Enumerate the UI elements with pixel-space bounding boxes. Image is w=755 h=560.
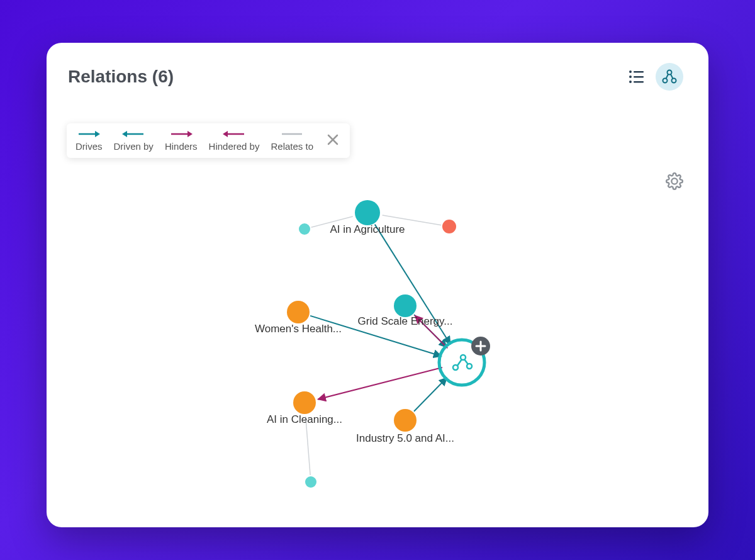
panel-header: Relations (6) bbox=[47, 43, 708, 91]
settings-button[interactable] bbox=[666, 172, 683, 193]
svg-point-0 bbox=[629, 70, 632, 73]
svg-line-10 bbox=[671, 74, 673, 79]
node-womens[interactable] bbox=[287, 301, 310, 323]
legend-item-label: Hinders bbox=[165, 141, 198, 152]
legend-item-label: Relates to bbox=[271, 141, 313, 152]
title-text: Relations bbox=[68, 67, 147, 86]
edge-hinders bbox=[318, 367, 442, 400]
legend-close-button[interactable] bbox=[325, 133, 341, 149]
relation-graph[interactable]: AI in AgricultureGrid Scale Energy...Wom… bbox=[47, 43, 708, 527]
svg-point-6 bbox=[668, 70, 672, 75]
gear-icon bbox=[666, 172, 683, 190]
node-industry[interactable] bbox=[394, 409, 417, 432]
node-label: AI in Cleaning... bbox=[267, 413, 342, 425]
legend-item-label: Driven by bbox=[114, 141, 154, 152]
node-label: Women's Health... bbox=[255, 323, 342, 335]
legend-arrow-icon bbox=[77, 130, 100, 138]
svg-point-7 bbox=[663, 79, 668, 83]
svg-point-8 bbox=[672, 79, 676, 83]
legend-arrow-icon bbox=[223, 130, 245, 138]
svg-point-2 bbox=[629, 76, 632, 78]
graph-view-button[interactable] bbox=[656, 63, 683, 91]
relations-panel: Relations (6) bbox=[47, 43, 708, 527]
legend-item-hinders: Hinders bbox=[165, 130, 198, 152]
svg-rect-5 bbox=[634, 81, 644, 83]
node-label: Grid Scale Energy... bbox=[358, 315, 453, 327]
graph-icon bbox=[661, 69, 678, 85]
node-label: Industry 5.0 and AI... bbox=[356, 432, 454, 444]
node-ai-ag[interactable] bbox=[355, 200, 380, 225]
list-icon bbox=[629, 70, 645, 84]
node-small3[interactable] bbox=[305, 476, 316, 488]
title-count: 6 bbox=[158, 67, 168, 86]
node-label: AI in Agriculture bbox=[330, 223, 405, 235]
node-small1[interactable] bbox=[299, 223, 310, 235]
legend-arrow-icon bbox=[122, 130, 145, 138]
legend-item-label: Hindered by bbox=[209, 141, 260, 152]
svg-line-9 bbox=[666, 74, 669, 79]
node-grid[interactable] bbox=[394, 294, 417, 317]
close-icon bbox=[327, 134, 338, 145]
legend-item-drives: Drives bbox=[76, 130, 103, 152]
legend-arrow-icon bbox=[170, 130, 193, 138]
svg-rect-1 bbox=[634, 71, 644, 73]
legend-arrow-icon bbox=[281, 130, 303, 138]
legend-item-hindered-by: Hindered by bbox=[209, 130, 260, 152]
node-small2[interactable] bbox=[442, 220, 456, 233]
relation-legend: DrivesDriven byHindersHindered byRelates… bbox=[67, 123, 350, 158]
legend-item-driven-by: Driven by bbox=[114, 130, 154, 152]
panel-title: Relations (6) bbox=[68, 67, 174, 87]
svg-rect-3 bbox=[634, 76, 644, 78]
edge-drives bbox=[414, 378, 447, 411]
legend-item-relates-to: Relates to bbox=[271, 130, 313, 152]
view-toggles bbox=[623, 63, 683, 91]
node-cleaning[interactable] bbox=[293, 391, 316, 414]
svg-point-4 bbox=[629, 81, 632, 83]
legend-item-label: Drives bbox=[76, 141, 103, 152]
list-view-button[interactable] bbox=[623, 63, 651, 91]
